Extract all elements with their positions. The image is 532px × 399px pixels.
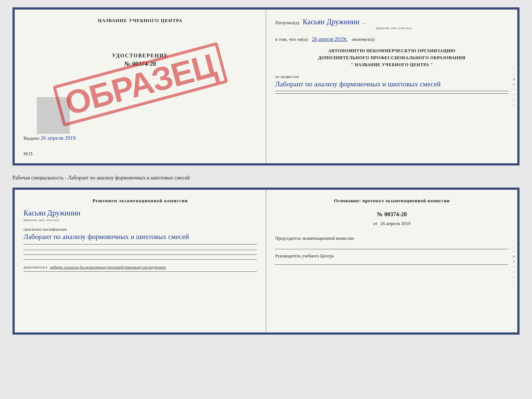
protocol-date-value: 26 апреля 2019 bbox=[380, 221, 411, 226]
cert-number: № 00374-20 bbox=[24, 60, 257, 68]
top-left-title: НАЗВАНИЕ УЧЕБНОГО ЦЕНТРА bbox=[24, 18, 257, 24]
chairman-label: Председатель экзаменационной комиссии bbox=[275, 235, 508, 242]
underline-extra bbox=[275, 93, 508, 94]
line2 bbox=[24, 254, 257, 255]
decision-title: Решением экзаменационной комиссии bbox=[24, 198, 257, 204]
bottom-left-panel: Решением экзаменационной комиссии Касьян… bbox=[15, 190, 266, 332]
document-container: НАЗВАНИЕ УЧЕБНОГО ЦЕНТРА УДОСТОВЕРЕНИЕ №… bbox=[12, 7, 520, 335]
underline-profession bbox=[275, 91, 508, 91]
issued-line: Выдано 26 апреля 2019 bbox=[24, 135, 76, 141]
profession-label: по профессии bbox=[275, 74, 508, 79]
name-subtext-bottom: (фамилия, имя, отчество) bbox=[24, 218, 257, 222]
protocol-number: № 00374-20 bbox=[275, 211, 508, 218]
profession-name: Лаборант по анализу формовочных и шихтов… bbox=[275, 79, 508, 89]
bottom-right-panel: Основание: протокол экзаменационной коми… bbox=[266, 190, 517, 332]
qualification-name: Лаборант по анализу формовочных и шихтов… bbox=[24, 232, 257, 242]
allows-line: допускается к работе согласно должностны… bbox=[24, 265, 257, 269]
top-left-panel: НАЗВАНИЕ УЧЕБНОГО ЦЕНТРА УДОСТОВЕРЕНИЕ №… bbox=[15, 10, 266, 163]
org-line2: ДОПОЛНИТЕЛЬНОГО ПРОФЕССИОНАЛЬНОГО ОБРАЗО… bbox=[275, 55, 508, 61]
mp-label: М.П. bbox=[24, 151, 33, 157]
qualification-label: присвоена квалификация bbox=[24, 227, 257, 231]
bottom-right-letters: – – – и а ← – – – bbox=[513, 239, 517, 284]
protocol-date: от 26 апреля 2019 bbox=[275, 221, 508, 227]
issued-date: 26 апреля 2019 bbox=[41, 135, 76, 141]
issued-text: Выдано bbox=[24, 135, 39, 141]
received-name: Касьян Дружинин bbox=[303, 18, 360, 26]
basis-title: Основание: протокол экзаменационной коми… bbox=[275, 198, 508, 204]
director-label: Руководитель учебного Центра bbox=[275, 253, 508, 259]
chairman-signature-line bbox=[275, 249, 508, 249]
top-right-panel: Получил(а) Касьян Дружинин – (фамилия, и… bbox=[266, 10, 517, 163]
bottom-document: Решением экзаменационной комиссии Касьян… bbox=[12, 188, 520, 335]
line1 bbox=[24, 250, 257, 250]
dash-separator: – bbox=[363, 20, 365, 25]
allows-value: работе согласно должностным (производств… bbox=[50, 265, 166, 269]
person-name-bottom: Касьян Дружинин bbox=[24, 209, 257, 217]
date-value: 26 апреля 2019г. bbox=[312, 36, 348, 42]
signature-lines bbox=[24, 248, 257, 260]
received-prefix: Получил(а) bbox=[275, 20, 299, 25]
org-line1: АВТОНОМНУЮ НЕКОММЕРЧЕСКУЮ ОРГАНИЗАЦИЮ bbox=[275, 48, 508, 54]
right-letters: – – и а ← – – – bbox=[513, 67, 517, 107]
date-prefix: в том, что он(а) bbox=[275, 36, 308, 42]
underline-allows bbox=[24, 271, 257, 272]
photo-placeholder bbox=[37, 97, 70, 134]
top-document: НАЗВАНИЕ УЧЕБНОГО ЦЕНТРА УДОСТОВЕРЕНИЕ №… bbox=[12, 7, 520, 165]
received-line: Получил(а) Касьян Дружинин – (фамилия, и… bbox=[275, 18, 508, 30]
underline-qual bbox=[24, 244, 257, 245]
org-line3: " НАЗВАНИЕ УЧЕБНОГО ЦЕНТРА " bbox=[275, 62, 508, 68]
date-suffix: окончил(а) bbox=[352, 36, 374, 42]
allows-prefix: допускается к bbox=[24, 265, 47, 269]
specialty-label: Рабочая специальность - Лаборант по анал… bbox=[12, 172, 520, 181]
line3 bbox=[24, 259, 257, 260]
protocol-date-prefix: от bbox=[373, 221, 377, 226]
director-signature-line bbox=[275, 264, 508, 265]
received-subtext: (фамилия, имя, отчество) bbox=[279, 26, 508, 30]
date-line: в том, что он(а) 26 апреля 2019г. окончи… bbox=[275, 36, 508, 42]
cert-label: УДОСТОВЕРЕНИЕ bbox=[24, 53, 257, 59]
